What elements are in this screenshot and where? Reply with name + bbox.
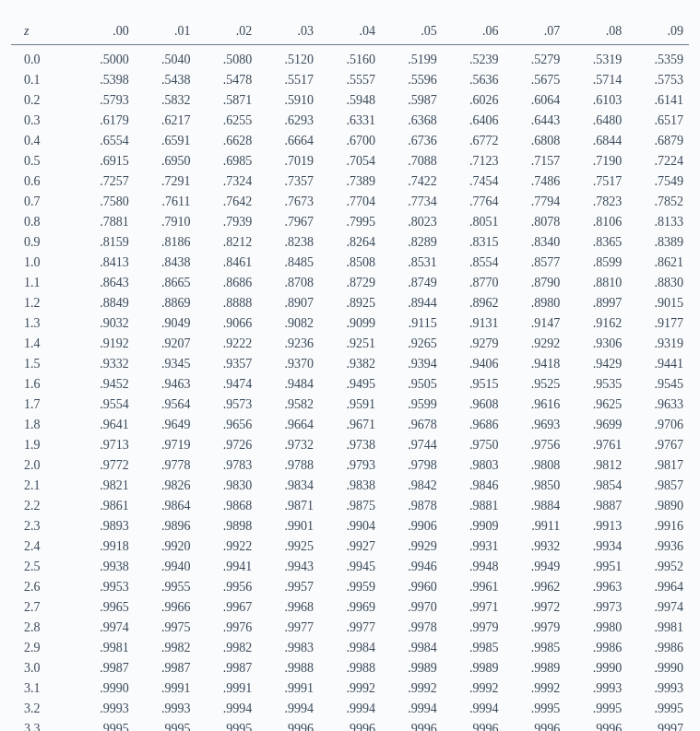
col-header: .09 <box>627 18 689 45</box>
cell: .7611 <box>135 192 196 212</box>
cell: .9995 <box>135 719 196 731</box>
cell: .9756 <box>504 435 566 455</box>
cell: .9985 <box>504 638 566 658</box>
cell: .9984 <box>381 638 443 658</box>
cell: .6628 <box>196 131 257 151</box>
row-header: 1.6 <box>11 374 73 395</box>
row-header: 2.4 <box>11 536 73 557</box>
cell: .5987 <box>381 90 443 111</box>
cell: .9893 <box>73 516 135 536</box>
cell: .9147 <box>504 313 566 334</box>
row-header: 0.2 <box>11 90 73 111</box>
cell: .9625 <box>565 395 627 415</box>
cell: .9955 <box>135 577 196 597</box>
cell: .9441 <box>627 354 689 374</box>
cell: .9972 <box>504 597 566 618</box>
cell: .5080 <box>196 45 257 71</box>
cell: .9980 <box>565 618 627 638</box>
cell: .9992 <box>381 678 443 699</box>
cell: .5948 <box>319 90 381 111</box>
cell: .9952 <box>627 557 689 577</box>
cell: .9750 <box>443 435 504 455</box>
table-row: 1.4.9192.9207.9222.9236.9251.9265.9279.9… <box>11 334 689 354</box>
cell: .9429 <box>565 354 627 374</box>
cell: .8962 <box>443 293 504 313</box>
cell: .9982 <box>196 638 257 658</box>
row-header: 3.0 <box>11 658 73 678</box>
cell: .9960 <box>381 577 443 597</box>
cell: .9474 <box>196 374 257 395</box>
cell: .9995 <box>627 699 689 719</box>
row-header: 3.3 <box>11 719 73 731</box>
cell: .8461 <box>196 253 257 273</box>
cell: .9992 <box>443 678 504 699</box>
cell: .9890 <box>627 496 689 516</box>
cell: .9964 <box>627 577 689 597</box>
col-header: .05 <box>381 18 443 45</box>
table-row: 1.6.9452.9463.9474.9484.9495.9505.9515.9… <box>11 374 689 395</box>
table-row: 1.1.8643.8665.8686.8708.8729.8749.8770.8… <box>11 273 689 293</box>
cell: .9986 <box>627 638 689 658</box>
cell: .9929 <box>381 536 443 557</box>
cell: .9207 <box>135 334 196 354</box>
cell: .8159 <box>73 232 135 253</box>
cell: .9974 <box>73 618 135 638</box>
cell: .6331 <box>319 111 381 131</box>
cell: .5279 <box>504 45 566 71</box>
cell: .9887 <box>565 496 627 516</box>
row-header: 2.2 <box>11 496 73 516</box>
row-header: 0.4 <box>11 131 73 151</box>
z-table: z.00.01.02.03.04.05.06.07.08.09 0.0.5000… <box>11 18 689 731</box>
cell: .9772 <box>73 455 135 476</box>
cell: .8413 <box>73 253 135 273</box>
cell: .9699 <box>565 415 627 435</box>
cell: .9988 <box>257 658 319 678</box>
cell: .9973 <box>565 597 627 618</box>
cell: .9996 <box>381 719 443 731</box>
cell: .5359 <box>627 45 689 71</box>
row-header: 0.5 <box>11 151 73 171</box>
cell: .6179 <box>73 111 135 131</box>
col-header: .06 <box>443 18 504 45</box>
row-header: 1.3 <box>11 313 73 334</box>
cell: .9015 <box>627 293 689 313</box>
col-header-z: z <box>11 18 73 45</box>
cell: .6064 <box>504 90 566 111</box>
row-header: 2.6 <box>11 577 73 597</box>
cell: .9992 <box>504 678 566 699</box>
cell: .9693 <box>504 415 566 435</box>
cell: .8212 <box>196 232 257 253</box>
cell: .9975 <box>135 618 196 638</box>
cell: .9131 <box>443 313 504 334</box>
cell: .5517 <box>257 70 319 90</box>
cell: .5675 <box>504 70 566 90</box>
cell: .9678 <box>381 415 443 435</box>
cell: .9962 <box>504 577 566 597</box>
cell: .9987 <box>135 658 196 678</box>
cell: .9984 <box>319 638 381 658</box>
cell: .6255 <box>196 111 257 131</box>
cell: .5793 <box>73 90 135 111</box>
cell: .9826 <box>135 476 196 496</box>
row-header: 0.8 <box>11 212 73 232</box>
table-row: 0.1.5398.5438.5478.5517.5557.5596.5636.5… <box>11 70 689 90</box>
cell: .6700 <box>319 131 381 151</box>
cell: .9591 <box>319 395 381 415</box>
cell: .5239 <box>443 45 504 71</box>
cell: .8925 <box>319 293 381 313</box>
cell: .9943 <box>257 557 319 577</box>
cell: .9864 <box>135 496 196 516</box>
cell: .9115 <box>381 313 443 334</box>
cell: .6985 <box>196 151 257 171</box>
table-row: 0.8.7881.7910.7939.7967.7995.8023.8051.8… <box>11 212 689 232</box>
cell: .9484 <box>257 374 319 395</box>
cell: .9997 <box>627 719 689 731</box>
table-row: 0.3.6179.6217.6255.6293.6331.6368.6406.6… <box>11 111 689 131</box>
cell: .9994 <box>257 699 319 719</box>
cell: .5438 <box>135 70 196 90</box>
cell: .5000 <box>73 45 135 71</box>
cell: .7673 <box>257 192 319 212</box>
cell: .6217 <box>135 111 196 131</box>
cell: .8621 <box>627 253 689 273</box>
cell: .5596 <box>381 70 443 90</box>
